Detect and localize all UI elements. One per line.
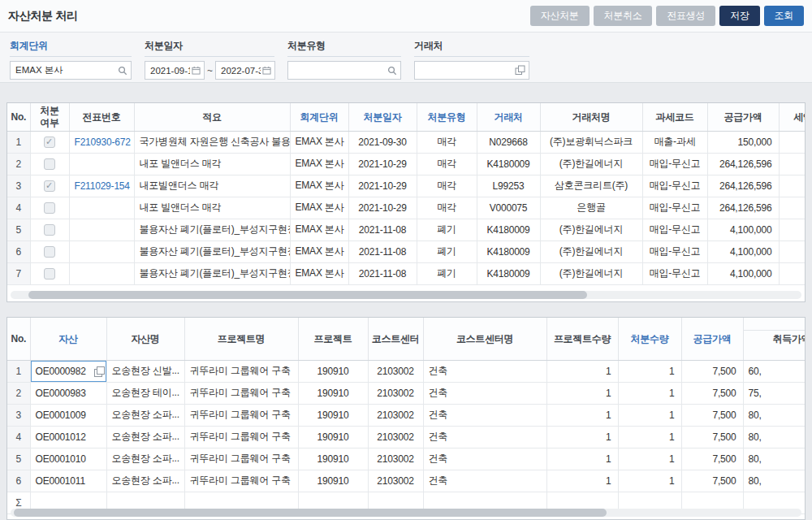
grid2-cell-no[interactable]: 3 <box>7 404 30 426</box>
grid2-cell-asset[interactable]: OE0001012 <box>30 426 106 448</box>
grid2-cell-cost_center[interactable]: 2103002 <box>368 382 423 404</box>
grid1-cell-unit[interactable]: EMAX 본사 <box>290 240 348 262</box>
grid2-cell-asset[interactable]: OE0000982 <box>30 360 106 382</box>
grid2-cell-project[interactable]: 190910 <box>298 404 368 426</box>
grid1-cell-voucher[interactable] <box>69 262 134 284</box>
grid1-cell-desc[interactable]: 내포 빌앤더스 매각 <box>134 153 290 175</box>
grid2-cell-project_name[interactable]: 귀뚜라미 그룹웨어 구축 <box>184 448 298 470</box>
grid2-cell-disposal_qty[interactable]: 1 <box>618 448 681 470</box>
disposal-checkbox[interactable] <box>44 180 55 192</box>
grid1-cell-voucher[interactable] <box>69 197 134 219</box>
disposal-checkbox[interactable] <box>44 246 55 258</box>
grid1-cell-vendor[interactable]: K4180009 <box>477 262 540 284</box>
grid1-cell-vendor_name[interactable]: (주)한길에너지 <box>540 153 642 175</box>
grid1-cell-voucher[interactable] <box>69 153 134 175</box>
grid2-cell-supply[interactable]: 7,500 <box>681 360 743 382</box>
grid1-cell-vendor_name[interactable]: (주)한길에너지 <box>540 262 642 284</box>
grid1-cell-no[interactable]: 3 <box>7 175 30 197</box>
grid2-cell-cost_center[interactable]: 2103002 <box>368 360 423 382</box>
grid2-cell-asset_name[interactable]: 오송현장 소파... <box>106 404 184 426</box>
grid2-cell-disposal_qty[interactable]: 1 <box>618 470 681 492</box>
grid1-cell-no[interactable]: 7 <box>7 262 30 284</box>
grid1-cell-desc[interactable]: 불용자산 폐기(플로터)_부성지구현장 <box>134 219 290 240</box>
grid1-cell-supply[interactable]: 264,126,596 <box>707 197 779 219</box>
date-to-input[interactable] <box>219 63 262 78</box>
grid2-cell-asset[interactable]: OE0001010 <box>30 448 106 470</box>
grid1-cell-supply[interactable]: 150,000 <box>707 131 779 153</box>
grid2-cell-supply[interactable]: 7,500 <box>681 382 743 404</box>
calendar-icon[interactable] <box>262 66 271 75</box>
grid1-cell-voucher[interactable] <box>69 219 134 240</box>
popup-icon[interactable] <box>515 65 525 76</box>
grid1-cell-date[interactable]: 2021-11-08 <box>348 240 417 262</box>
grid1-cell-no[interactable]: 6 <box>7 240 30 262</box>
grid1-cell-tax[interactable] <box>779 131 806 153</box>
grid1-cell-vendor_name[interactable]: 삼호콘크리트(주) <box>540 175 642 197</box>
grid2-cell-disposal_qty[interactable]: 1 <box>618 426 681 448</box>
grid2-cell-project_name[interactable]: 귀뚜라미 그룹웨어 구축 <box>184 382 298 404</box>
grid1-cell-unit[interactable]: EMAX 본사 <box>290 153 348 175</box>
grid1-cell-checked[interactable] <box>30 175 69 197</box>
grid2-cell-cost_center_name[interactable]: 건축 <box>423 382 546 404</box>
grid1-cell-vendor_name[interactable]: 은행골 <box>540 197 642 219</box>
grid1-hscroll-thumb[interactable] <box>28 291 587 299</box>
grid1-cell-desc[interactable]: 내포 빌앤더스 매각 <box>134 197 290 219</box>
grid2-cell-project_qty[interactable]: 1 <box>546 470 618 492</box>
disposal-type-input[interactable] <box>292 63 387 78</box>
search-icon[interactable] <box>387 66 397 76</box>
grid1-cell-tax[interactable] <box>779 197 806 219</box>
grid1-cell-desc[interactable]: 국가병원체 자원은행 신축공사 불용자산 ... <box>134 131 290 153</box>
grid1-cell-tax_code[interactable]: 매출-과세 <box>642 131 707 153</box>
voucher-create-button[interactable]: 전표생성 <box>656 6 715 26</box>
grid1-cell-supply[interactable]: 264,126,596 <box>707 175 779 197</box>
grid1-cell-no[interactable]: 2 <box>7 153 30 175</box>
grid1-cell-unit[interactable]: EMAX 본사 <box>290 175 348 197</box>
grid2-cell-asset[interactable]: OE0001009 <box>30 404 106 426</box>
grid1-cell-tax[interactable] <box>779 219 806 240</box>
disposal-checkbox[interactable] <box>44 224 55 236</box>
grid2-cell-supply[interactable]: 7,500 <box>681 470 743 492</box>
grid1-cell-type[interactable]: 매각 <box>417 197 477 219</box>
grid2-hscrollbar[interactable] <box>11 509 801 517</box>
grid2-cell-no[interactable]: 6 <box>7 470 30 492</box>
voucher-link[interactable]: F211029-154 <box>75 180 130 192</box>
grid1-cell-checked[interactable] <box>30 153 69 175</box>
grid2-cell-asset_name[interactable]: 오송현장 소파... <box>106 448 184 470</box>
grid2-cell-project[interactable]: 190910 <box>298 360 368 382</box>
grid2-cell-asset_name[interactable]: 오송현장 신발... <box>106 360 184 382</box>
grid1-cell-unit[interactable]: EMAX 본사 <box>290 262 348 284</box>
grid1-cell-no[interactable]: 5 <box>7 219 30 240</box>
date-from-input[interactable] <box>149 63 192 78</box>
grid2-cell-acq_cost[interactable]: 60, <box>743 360 806 382</box>
grid2-cell-acq_cost[interactable]: 80, <box>743 426 806 448</box>
grid2-cell-project_name[interactable]: 귀뚜라미 그룹웨어 구축 <box>184 404 298 426</box>
grid1-cell-checked[interactable] <box>30 131 69 153</box>
grid2-cell-supply[interactable]: 7,500 <box>681 448 743 470</box>
grid2-cell-acq_cost[interactable]: 80, <box>743 404 806 426</box>
grid2-cell-acq_cost[interactable]: 80, <box>743 448 806 470</box>
grid1-cell-vendor[interactable]: K4180009 <box>477 219 540 240</box>
dispose-cancel-button[interactable]: 처분취소 <box>594 6 653 26</box>
grid1-cell-vendor_name[interactable]: (주)한길에너지 <box>540 219 642 240</box>
popup-icon[interactable] <box>94 366 104 376</box>
grid2-cell-asset_name[interactable]: 오송현장 테이... <box>106 382 184 404</box>
grid2-cell-project_qty[interactable]: 1 <box>546 448 618 470</box>
disposal-checkbox[interactable] <box>44 202 55 214</box>
grid1-cell-unit[interactable]: EMAX 본사 <box>290 131 348 153</box>
grid1-cell-vendor[interactable]: K4180009 <box>477 240 540 262</box>
grid1-cell-date[interactable]: 2021-11-08 <box>348 219 417 240</box>
vendor-input[interactable] <box>418 63 515 78</box>
grid2-cell-project_qty[interactable]: 1 <box>546 382 618 404</box>
grid1-cell-date[interactable]: 2021-09-30 <box>348 131 417 153</box>
grid2-cell-cost_center_name[interactable]: 건축 <box>423 426 546 448</box>
grid2-cell-cost_center[interactable]: 2103002 <box>368 448 423 470</box>
grid2-cell-asset[interactable]: OE0001011 <box>30 470 106 492</box>
grid2-cell-asset[interactable]: OE0000983 <box>30 382 106 404</box>
grid1-cell-desc[interactable]: 불용자산 폐기(플로터)_부성지구현장 <box>134 240 290 262</box>
grid1-cell-tax_code[interactable]: 매입-무신고 <box>642 240 707 262</box>
grid2-cell-supply[interactable]: 7,500 <box>681 404 743 426</box>
grid1-cell-type[interactable]: 매각 <box>417 153 477 175</box>
asset-dispose-button[interactable]: 자산처분 <box>530 6 590 26</box>
grid2-cell-asset_name[interactable]: 오송현장 소파... <box>106 426 184 448</box>
grid1-cell-supply[interactable]: 4,100,000 <box>707 219 779 240</box>
